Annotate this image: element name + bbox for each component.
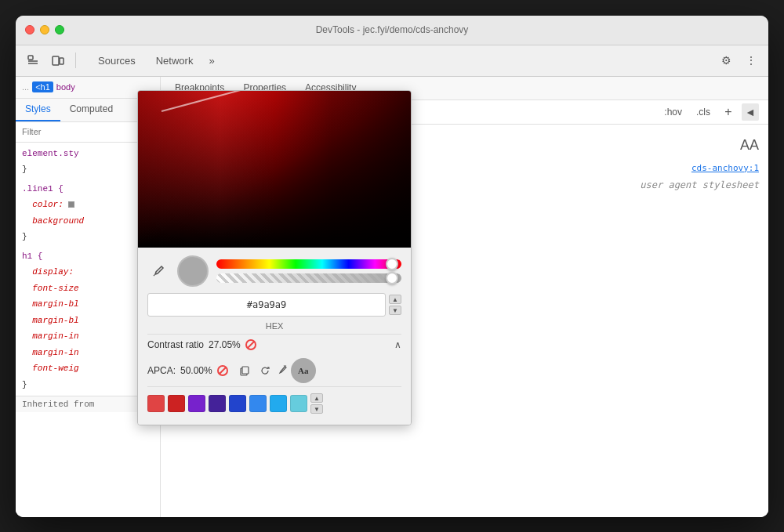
contrast-value: 27.05%	[209, 339, 241, 350]
hex-input[interactable]	[147, 293, 386, 317]
svg-rect-4	[60, 58, 64, 64]
breadcrumb-dots: ...	[22, 82, 29, 92]
swatch-down-button[interactable]: ▼	[310, 404, 323, 414]
aa-badge: Aa	[291, 358, 316, 383]
opacity-slider[interactable]	[216, 273, 401, 283]
plus-button[interactable]: +	[720, 103, 737, 121]
tab-more[interactable]: »	[204, 52, 219, 70]
line1-selector: .line1 {	[22, 184, 64, 194]
apca-row: APCA: 50.00%	[147, 355, 401, 386]
svg-rect-7	[242, 367, 249, 374]
hue-slider[interactable]	[216, 259, 401, 269]
device-button[interactable]	[47, 49, 69, 71]
window-title: DevTools - jec.fyi/demo/cds-anchovy	[316, 24, 469, 35]
swatch-blue[interactable]	[229, 395, 246, 412]
contrast-fail-icon	[245, 339, 256, 350]
svg-line-5	[154, 275, 154, 276]
devtools-body: Sources Network » ⚙ ⋮ ... <h1 body	[16, 45, 768, 517]
input-arrows: ▲ ▼	[389, 295, 401, 315]
toolbar-right: ⚙ ⋮	[715, 49, 762, 71]
more-options-button[interactable]: ⋮	[740, 49, 762, 71]
apca-label: APCA:	[147, 365, 176, 376]
contrast-label: Contrast ratio	[147, 339, 204, 350]
hex-increment-button[interactable]: ▲	[389, 295, 401, 304]
hue-thumb[interactable]	[386, 258, 398, 270]
swatch-dark-purple[interactable]	[209, 395, 226, 412]
opacity-thumb[interactable]	[386, 272, 398, 284]
apca-icons: Aa	[236, 358, 316, 383]
hex-decrement-button[interactable]: ▼	[389, 306, 401, 315]
tab-bar: Sources Network »	[82, 50, 712, 71]
hov-button[interactable]: :hov	[659, 105, 687, 119]
swatch-purple[interactable]	[188, 395, 205, 412]
tab-network[interactable]: Network	[147, 50, 203, 71]
color-swatch[interactable]	[68, 201, 74, 208]
h1-selector: h1 {	[22, 252, 42, 261]
maximize-button[interactable]	[55, 25, 64, 34]
contrast-expand-button[interactable]: ∧	[394, 339, 401, 350]
devtools-window: DevTools - jec.fyi/demo/cds-anchovy	[16, 16, 768, 517]
breadcrumb-body[interactable]: body	[56, 82, 75, 92]
apca-value: 50.00%	[180, 365, 212, 376]
traffic-lights	[25, 25, 64, 34]
cls-button[interactable]: .cls	[691, 105, 715, 119]
apca-fail-icon	[217, 365, 228, 376]
apca-eyedropper-button[interactable]	[277, 364, 288, 378]
tab-styles[interactable]: Styles	[16, 99, 60, 121]
color-preview-circle	[177, 255, 209, 287]
breadcrumb-h1[interactable]: <h1	[32, 81, 53, 92]
separator	[75, 52, 76, 68]
contrast-row: Contrast ratio 27.05% ∧	[147, 334, 401, 355]
swatch-cyan[interactable]	[290, 395, 307, 412]
new-rule-button[interactable]: ◄	[742, 103, 759, 121]
swatch-dark-red[interactable]	[168, 395, 185, 412]
css-selector: element.sty	[22, 149, 79, 158]
hex-label: HEX	[147, 321, 401, 331]
tab-computed[interactable]: Computed	[60, 99, 122, 121]
swatch-row: ▲ ▼	[147, 386, 401, 417]
minimize-button[interactable]	[40, 25, 49, 34]
settings-button[interactable]: ⚙	[715, 49, 737, 71]
tab-sources[interactable]: Sources	[89, 50, 145, 71]
color-controls: ▲ ▼ HEX Contrast ratio 27.05% ∧ AP	[138, 248, 411, 425]
refresh-button[interactable]	[256, 362, 274, 379]
copy-button[interactable]	[236, 362, 253, 379]
inspector-button[interactable]	[22, 49, 44, 71]
top-toolbar: Sources Network » ⚙ ⋮	[16, 45, 768, 77]
sliders-container	[216, 259, 401, 283]
eyedropper-button[interactable]	[147, 260, 169, 282]
color-picker-popup: ▲ ▼ HEX Contrast ratio 27.05% ∧ AP	[137, 90, 412, 425]
close-button[interactable]	[25, 25, 34, 34]
filter-input[interactable]	[22, 127, 154, 136]
hex-input-row: ▲ ▼	[147, 293, 401, 317]
controls-row	[147, 255, 401, 287]
swatch-up-button[interactable]: ▲	[310, 393, 323, 403]
titlebar: DevTools - jec.fyi/demo/cds-anchovy	[16, 16, 768, 45]
swatch-sky-blue[interactable]	[270, 395, 287, 412]
swatch-arrows: ▲ ▼	[310, 393, 323, 414]
swatch-light-blue[interactable]	[249, 395, 267, 412]
svg-rect-3	[53, 56, 59, 65]
svg-rect-0	[28, 56, 33, 60]
gradient-overlay	[138, 91, 411, 248]
main-content: ... <h1 body Styles Computed element.sty	[16, 77, 768, 517]
color-gradient[interactable]	[138, 91, 411, 248]
swatch-red[interactable]	[147, 395, 165, 412]
